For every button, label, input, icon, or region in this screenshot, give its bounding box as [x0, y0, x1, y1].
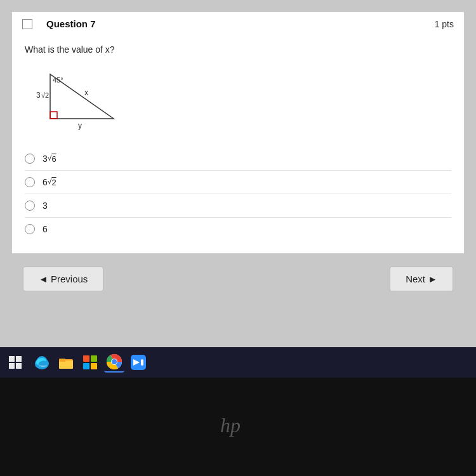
svg-rect-16 — [83, 355, 89, 362]
radio-4[interactable] — [25, 224, 35, 234]
option-label-1: 3√6 — [43, 154, 56, 164]
answer-option-3[interactable]: 3 — [25, 194, 451, 218]
svg-rect-1 — [50, 112, 57, 119]
question-card: Question 7 1 pts What is the value of x? — [11, 11, 465, 254]
svg-text:3: 3 — [36, 91, 41, 100]
content-area: Question 7 1 pts What is the value of x? — [0, 0, 476, 300]
question-checkbox[interactable] — [22, 19, 32, 29]
question-points: 1 pts — [435, 19, 454, 29]
svg-text:x: x — [84, 88, 88, 97]
svg-text:hp: hp — [220, 414, 241, 437]
svg-rect-9 — [9, 363, 15, 369]
taskbar — [0, 347, 476, 378]
svg-rect-17 — [91, 355, 97, 362]
svg-rect-15 — [59, 359, 65, 362]
svg-rect-18 — [83, 363, 89, 369]
svg-text:45°: 45° — [53, 76, 63, 84]
taskbar-windows-icon[interactable] — [5, 352, 25, 373]
svg-rect-8 — [16, 356, 22, 362]
next-button[interactable]: Next ► — [390, 267, 453, 291]
question-text: What is the value of x? — [25, 44, 451, 55]
laptop-bezel: hp — [0, 378, 476, 476]
answer-options: 3√6 6√2 3 6 — [25, 147, 451, 241]
hp-logo: hp — [219, 412, 257, 442]
radio-1[interactable] — [25, 154, 35, 164]
nav-area: ◄ Previous Next ► — [11, 258, 465, 300]
radio-2[interactable] — [25, 177, 35, 187]
answer-option-2[interactable]: 6√2 — [25, 171, 451, 194]
question-header: Question 7 1 pts — [12, 12, 464, 34]
taskbar-fileexplorer-icon[interactable] — [56, 352, 76, 373]
svg-rect-10 — [16, 363, 22, 369]
svg-rect-7 — [9, 356, 15, 362]
option-label-3: 3 — [43, 201, 48, 211]
triangle-svg: 3 √2 45° x y — [31, 65, 133, 135]
taskbar-store-icon[interactable] — [80, 352, 100, 373]
svg-text:y: y — [78, 121, 82, 130]
option-label-4: 6 — [43, 224, 48, 234]
option-label-2: 6√2 — [43, 177, 56, 187]
triangle-diagram: 3 √2 45° x y — [31, 65, 451, 135]
svg-rect-25 — [141, 359, 143, 366]
svg-rect-19 — [91, 363, 97, 369]
svg-point-22 — [112, 359, 117, 364]
previous-button[interactable]: ◄ Previous — [23, 267, 103, 291]
answer-option-1[interactable]: 3√6 — [25, 147, 451, 171]
question-body: What is the value of x? 3 √2 45° — [12, 34, 464, 253]
svg-text:√2: √2 — [41, 91, 49, 99]
taskbar-chrome-icon[interactable] — [104, 352, 124, 373]
answer-option-4[interactable]: 6 — [25, 218, 451, 241]
taskbar-zoom-icon[interactable] — [128, 352, 149, 373]
page-background: Question 7 1 pts What is the value of x? — [0, 0, 476, 476]
radio-3[interactable] — [25, 201, 35, 211]
taskbar-edge-icon[interactable] — [32, 352, 52, 373]
question-title: Question 7 — [46, 18, 96, 29]
